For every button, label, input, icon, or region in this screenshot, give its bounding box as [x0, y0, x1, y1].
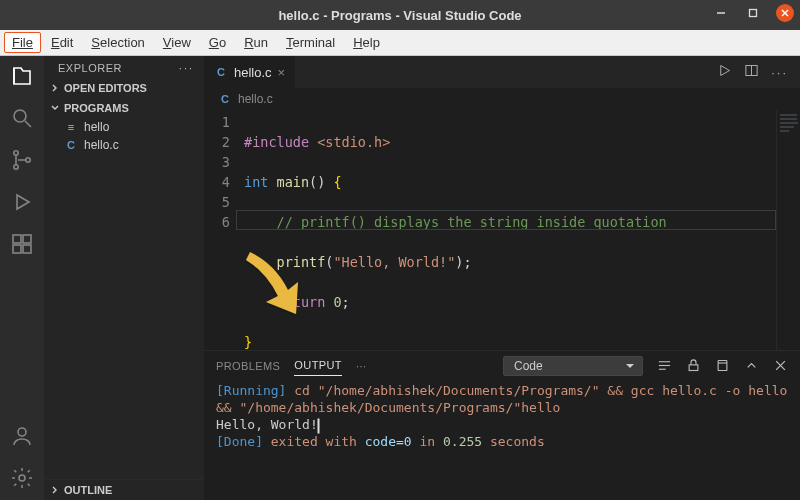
file-item-hello[interactable]: ≡ hello [44, 118, 204, 136]
run-debug-icon[interactable] [10, 190, 34, 214]
run-icon[interactable] [717, 63, 732, 81]
svg-point-15 [19, 475, 25, 481]
sidebar-more-icon[interactable]: ··· [179, 62, 194, 74]
code-content[interactable]: #include <stdio.h> int main() { // print… [240, 110, 776, 350]
menu-selection[interactable]: Selection [83, 32, 152, 53]
activity-bar [0, 56, 44, 500]
svg-point-14 [18, 428, 26, 436]
chevron-down-icon [50, 103, 60, 113]
tab-label: hello.c [234, 65, 272, 80]
menu-edit[interactable]: Edit [43, 32, 81, 53]
svg-rect-11 [23, 235, 31, 243]
terminal-cursor [318, 419, 319, 433]
svg-point-8 [26, 158, 30, 162]
c-file-icon: C [64, 139, 78, 151]
editor-actions: ··· [705, 56, 800, 88]
window-title: hello.c - Programs - Visual Studio Code [278, 8, 521, 23]
binary-file-icon: ≡ [64, 121, 78, 133]
close-button[interactable] [776, 4, 794, 22]
editor-area: C hello.c × ··· C hello.c 123456 #includ… [204, 56, 800, 500]
section-folder[interactable]: PROGRAMS [44, 98, 204, 118]
c-file-icon: C [218, 93, 232, 105]
source-control-icon[interactable] [10, 148, 34, 172]
output-channel-select[interactable]: Code [503, 356, 643, 376]
svg-line-5 [25, 121, 31, 127]
accounts-icon[interactable] [10, 424, 34, 448]
more-icon[interactable]: ··· [771, 65, 788, 80]
section-outline[interactable]: OUTLINE [44, 479, 204, 500]
svg-marker-16 [721, 66, 730, 76]
sidebar-title: EXPLORER [58, 62, 122, 74]
window-titlebar: hello.c - Programs - Visual Studio Code [0, 0, 800, 30]
menu-go[interactable]: Go [201, 32, 234, 53]
minimize-button[interactable] [712, 4, 730, 22]
c-file-icon: C [214, 66, 228, 78]
explorer-icon[interactable] [10, 64, 34, 88]
svg-rect-13 [23, 245, 31, 253]
menu-help[interactable]: Help [345, 32, 388, 53]
settings-gear-icon[interactable] [10, 466, 34, 490]
svg-marker-9 [17, 195, 29, 209]
file-label: hello [84, 120, 109, 134]
svg-point-6 [14, 151, 18, 155]
svg-rect-12 [13, 245, 21, 253]
menu-file[interactable]: File [4, 32, 41, 53]
editor-tab-hello-c[interactable]: C hello.c × [204, 56, 296, 88]
chevron-right-icon [50, 485, 60, 495]
section-open-editors[interactable]: OPEN EDITORS [44, 78, 204, 98]
svg-rect-1 [750, 10, 757, 17]
svg-point-4 [14, 110, 26, 122]
line-gutter: 123456 [204, 110, 240, 350]
window-controls [712, 4, 794, 22]
menu-run[interactable]: Run [236, 32, 276, 53]
chevron-right-icon [50, 83, 60, 93]
file-item-hello-c[interactable]: C hello.c [44, 136, 204, 154]
menu-view[interactable]: View [155, 32, 199, 53]
menu-terminal[interactable]: Terminal [278, 32, 343, 53]
code-editor[interactable]: 123456 #include <stdio.h> int main() { /… [204, 110, 800, 350]
editor-tabbar: C hello.c × ··· [204, 56, 800, 88]
breadcrumb[interactable]: C hello.c [204, 88, 800, 110]
maximize-button[interactable] [744, 4, 762, 22]
sidebar: EXPLORER ··· OPEN EDITORS PROGRAMS ≡ hel… [44, 56, 204, 500]
svg-rect-10 [13, 235, 21, 243]
file-label: hello.c [84, 138, 119, 152]
search-icon[interactable] [10, 106, 34, 130]
extensions-icon[interactable] [10, 232, 34, 256]
svg-point-7 [14, 165, 18, 169]
menubar: File Edit Selection View Go Run Terminal… [0, 30, 800, 56]
split-editor-icon[interactable] [744, 63, 759, 81]
minimap[interactable] [776, 110, 800, 350]
breadcrumb-label: hello.c [238, 92, 273, 106]
tab-close-icon[interactable]: × [278, 65, 286, 80]
sidebar-header: EXPLORER ··· [44, 56, 204, 78]
